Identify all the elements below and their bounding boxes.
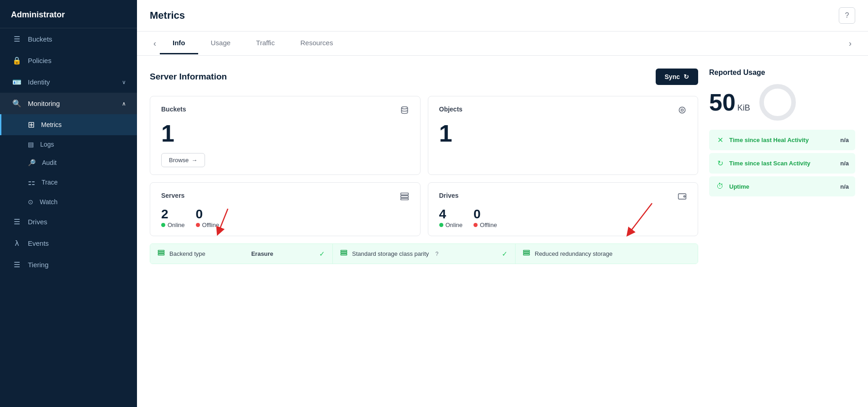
drives-sub: 4 Online 0 Offline bbox=[439, 207, 687, 228]
chevron-down-icon: ∨ bbox=[122, 79, 126, 85]
sidebar-item-metrics[interactable]: ⊞ Metrics bbox=[0, 114, 137, 135]
sidebar-item-audit[interactable]: 🔎 Audit bbox=[0, 153, 137, 172]
sidebar-admin-label: Administrator bbox=[0, 0, 137, 28]
servers-offline-count: 0 bbox=[196, 207, 219, 222]
metrics-icon: ⊞ bbox=[28, 120, 35, 130]
sync-button[interactable]: Sync ↻ bbox=[656, 69, 698, 85]
sidebar-item-tiering[interactable]: ☰ Tiering bbox=[0, 254, 137, 275]
tab-prev-button[interactable]: ‹ bbox=[150, 32, 160, 55]
servers-offline: 0 Offline bbox=[196, 207, 219, 228]
sidebar-item-drives[interactable]: ☰ Drives bbox=[0, 211, 137, 233]
scan-label: Time since last Scan Activity bbox=[729, 160, 836, 167]
drives-card-label: Drives bbox=[439, 192, 459, 199]
drives-online-label: Online bbox=[439, 222, 463, 228]
sidebar-item-label: Logs bbox=[40, 141, 54, 148]
help-button[interactable]: ? bbox=[839, 7, 855, 24]
sidebar-item-watch[interactable]: ⊙ Watch bbox=[0, 193, 137, 211]
offline-dot bbox=[196, 223, 200, 227]
page-title: Metrics bbox=[150, 10, 185, 21]
servers-sub: 2 Online 0 Offline bbox=[161, 207, 409, 228]
offline-dot-drives bbox=[473, 223, 478, 227]
tiering-icon: ☰ bbox=[12, 260, 21, 269]
usage-circle bbox=[759, 84, 796, 121]
uptime-icon: ⏱ bbox=[715, 182, 725, 190]
sidebar-item-label: Metrics bbox=[41, 121, 62, 128]
uptime-label: Uptime bbox=[729, 183, 836, 190]
storage-check: ✓ bbox=[502, 250, 508, 258]
audit-icon: 🔎 bbox=[28, 159, 36, 166]
usage-value: 50 bbox=[709, 89, 736, 116]
reduced-label: Reduced redundancy storage bbox=[535, 250, 613, 257]
usage-display: 50KiB bbox=[709, 84, 855, 121]
events-icon: λ bbox=[12, 239, 21, 248]
svg-point-2 bbox=[681, 109, 684, 111]
stat-row-scan: ↻ Time since last Scan Activity n/a bbox=[709, 153, 855, 174]
tabs-bar: ‹ Info Usage Traffic Resources › bbox=[137, 32, 868, 56]
chevron-up-icon: ∧ bbox=[122, 100, 126, 107]
stat-row-uptime: ⏱ Uptime n/a bbox=[709, 176, 855, 196]
sidebar-item-label: Policies bbox=[28, 57, 126, 64]
buckets-value: 1 bbox=[161, 121, 409, 147]
usage-unit: KiB bbox=[737, 103, 750, 112]
object-card-icon bbox=[678, 106, 687, 117]
backend-check: ✓ bbox=[319, 250, 325, 258]
sidebar-item-buckets[interactable]: ☰ Buckets bbox=[0, 28, 137, 50]
sidebar-item-trace[interactable]: ⚏ Trace bbox=[0, 172, 137, 193]
sidebar-item-label: Watch bbox=[40, 198, 58, 206]
logs-icon: ▤ bbox=[28, 141, 34, 148]
storage-label: Standard storage class parity bbox=[352, 250, 429, 257]
svg-rect-13 bbox=[158, 252, 164, 254]
section-title: Server Information bbox=[150, 72, 227, 82]
sidebar: Administrator ☰ Buckets 🔒 Policies 🪪 Ide… bbox=[0, 0, 137, 407]
sidebar-item-label: Monitoring bbox=[28, 100, 116, 107]
online-dot-drives bbox=[439, 223, 443, 227]
sidebar-item-label: Trace bbox=[42, 179, 58, 186]
tab-resources[interactable]: Resources bbox=[288, 32, 346, 54]
tab-next-button[interactable]: › bbox=[845, 32, 855, 55]
sidebar-item-identity[interactable]: 🪪 Identity ∨ bbox=[0, 71, 137, 93]
svg-rect-18 bbox=[523, 250, 529, 252]
sidebar-item-policies[interactable]: 🔒 Policies bbox=[0, 50, 137, 71]
svg-rect-3 bbox=[400, 193, 408, 195]
scan-value: n/a bbox=[840, 160, 849, 167]
right-panel: Reported Usage 50KiB ✕ Time since last H… bbox=[709, 69, 855, 407]
svg-rect-19 bbox=[523, 252, 529, 254]
reduced-icon bbox=[523, 249, 530, 258]
info-bar: Backend type Erasure ✓ Standard storage … bbox=[150, 243, 698, 264]
tab-traffic[interactable]: Traffic bbox=[243, 32, 288, 54]
card-drives: Drives 4 Online bbox=[428, 182, 699, 236]
svg-rect-17 bbox=[341, 254, 347, 255]
drives-online: 4 Online bbox=[439, 207, 463, 228]
tab-info[interactable]: Info bbox=[160, 32, 198, 54]
info-bar-storage: Standard storage class parity ? ✓ bbox=[333, 244, 516, 264]
info-bar-reduced: Reduced redundancy storage bbox=[516, 244, 698, 264]
storage-icon bbox=[340, 249, 347, 258]
sidebar-item-logs[interactable]: ▤ Logs bbox=[0, 135, 137, 153]
content-area: Server Information Sync ↻ Buckets 1 bbox=[137, 56, 868, 407]
sidebar-item-label: Tiering bbox=[28, 261, 126, 269]
svg-rect-4 bbox=[400, 196, 408, 198]
sidebar-item-label: Identity bbox=[28, 78, 116, 86]
question-icon: ? bbox=[435, 251, 438, 257]
svg-rect-15 bbox=[341, 250, 347, 252]
backend-icon bbox=[158, 249, 165, 258]
online-dot bbox=[161, 223, 165, 227]
svg-rect-12 bbox=[158, 250, 164, 252]
objects-value: 1 bbox=[439, 121, 687, 147]
tab-usage[interactable]: Usage bbox=[198, 32, 243, 54]
main-content: Metrics ? ‹ Info Usage Traffic Resources… bbox=[137, 0, 868, 407]
buckets-card-label: Buckets bbox=[161, 106, 186, 113]
browse-button[interactable]: Browse → bbox=[161, 153, 205, 167]
servers-online-label: Online bbox=[161, 222, 185, 228]
svg-rect-5 bbox=[400, 198, 408, 200]
policies-icon: 🔒 bbox=[12, 56, 21, 65]
servers-offline-label: Offline bbox=[196, 222, 219, 228]
svg-rect-16 bbox=[341, 252, 347, 254]
card-buckets: Buckets 1 Browse → bbox=[150, 96, 421, 175]
drive-card-icon bbox=[678, 192, 687, 203]
sidebar-item-events[interactable]: λ Events bbox=[0, 233, 137, 254]
drives-offline: 0 Offline bbox=[473, 207, 497, 228]
sync-label: Sync bbox=[665, 73, 680, 80]
servers-online-count: 2 bbox=[161, 207, 185, 222]
sidebar-item-monitoring[interactable]: 🔍 Monitoring ∧ bbox=[0, 93, 137, 114]
